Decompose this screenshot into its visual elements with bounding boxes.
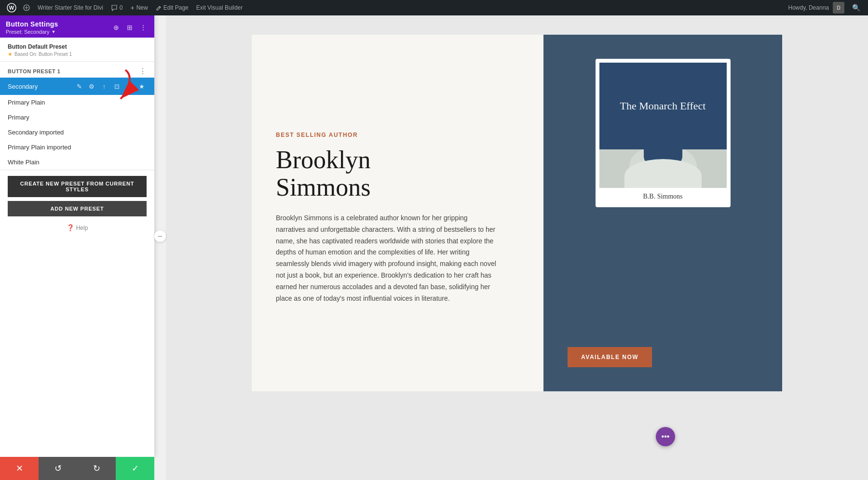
help-icon: ❓: [67, 224, 74, 231]
preset-item-secondary[interactable]: Secondary ✎ ⚙ ↑ ⊡ ✕ ★: [0, 78, 154, 95]
user-avatar[interactable]: D: [833, 2, 844, 13]
panel-action-buttons: CREATE NEW PRESET FROM CURRENT STYLES AD…: [0, 170, 154, 241]
help-link[interactable]: ❓ Help: [8, 220, 147, 235]
preset-group-title: Button Preset 1: [8, 68, 60, 74]
site-name[interactable]: Writer Starter Site for Divi: [34, 0, 107, 15]
preset-item-secondary-imported[interactable]: Secondary imported: [0, 125, 154, 140]
preset-label[interactable]: Preset: Secondary ▼: [6, 29, 58, 35]
best-selling-label: BEST SELLING AUTHOR: [276, 132, 519, 138]
preset-group-header: Button Preset 1 ⋮: [0, 62, 154, 78]
panel-header: Button Settings Preset: Secondary ▼ ⊕ ⊞ …: [0, 15, 154, 38]
fab-icon: •••: [662, 432, 670, 441]
book-ornament: [599, 149, 727, 188]
preset-item-label: Secondary imported: [8, 129, 147, 136]
undo-button[interactable]: ↺: [39, 457, 77, 480]
main-content: BEST SELLING AUTHOR Brooklyn Simmons Bro…: [166, 15, 868, 480]
panel-header-icons: ⊕ ⊞ ⋮: [111, 22, 149, 33]
target-icon[interactable]: ⊕: [111, 22, 122, 33]
edit-icon[interactable]: ✎: [74, 81, 84, 91]
redo-button[interactable]: ↻: [77, 457, 116, 480]
duplicate-icon[interactable]: ⊡: [112, 81, 122, 91]
bottom-bar: ✕ ↺ ↻ ✓: [0, 457, 154, 480]
nav-right: Howdy, Deanna D 🔍: [788, 2, 865, 13]
add-preset-button[interactable]: ADD NEW PRESET: [8, 201, 147, 216]
wordpress-logo[interactable]: W: [4, 0, 19, 15]
svg-text:W: W: [9, 5, 14, 11]
page-canvas: BEST SELLING AUTHOR Brooklyn Simmons Bro…: [166, 15, 868, 480]
star-icon: ★: [8, 51, 13, 57]
available-now-button[interactable]: AVAILABLE NOW: [568, 347, 652, 367]
settings-icon[interactable]: ⚙: [87, 81, 96, 91]
preset-item-actions: ✎ ⚙ ↑ ⊡ ✕ ★: [74, 81, 147, 91]
resize-handle-icon: ↔: [154, 230, 166, 242]
chevron-down-icon: ▼: [52, 29, 56, 34]
fab-button[interactable]: •••: [656, 427, 675, 446]
panel-title: Button Settings: [6, 20, 58, 28]
edit-page-link[interactable]: Edit Page: [152, 0, 192, 15]
preset-group-more-icon[interactable]: ⋮: [139, 67, 147, 76]
book-author: B.B. Simmons: [599, 188, 727, 203]
page-inner: BEST SELLING AUTHOR Brooklyn Simmons Bro…: [252, 35, 782, 391]
new-link[interactable]: + New: [127, 0, 152, 15]
export-icon[interactable]: ↑: [99, 81, 109, 91]
author-bio: Brooklyn Simmons is a celebrated author …: [276, 213, 498, 304]
site-icon[interactable]: [19, 0, 34, 15]
exit-builder-link[interactable]: Exit Visual Builder: [192, 0, 247, 15]
save-button[interactable]: ✓: [116, 457, 154, 480]
delete-icon[interactable]: ✕: [124, 81, 134, 91]
book-title: The Monarch Effect: [612, 99, 714, 113]
preset-item-primary-plain-imported[interactable]: Primary Plain imported: [0, 140, 154, 155]
top-navigation: W Writer Starter Site for Divi 0 + New E…: [0, 0, 868, 15]
preset-item-label: Primary Plain imported: [8, 144, 147, 151]
search-icon[interactable]: 🔍: [848, 4, 864, 12]
default-preset-section: Button Default Preset ★ Based On: Button…: [0, 38, 154, 62]
book-card-image: The Monarch Effect: [599, 63, 727, 188]
comments-link[interactable]: 0: [107, 0, 127, 15]
preset-item-primary-plain[interactable]: Primary Plain: [0, 95, 154, 110]
panel-content: Button Default Preset ★ Based On: Button…: [0, 38, 154, 457]
create-preset-button[interactable]: CREATE NEW PRESET FROM CURRENT STYLES: [8, 176, 147, 197]
book-card: The Monarch Effect B.B. Simmons: [596, 59, 731, 207]
default-preset-sub: ★ Based On: Button Preset 1: [8, 51, 147, 57]
book-section: The Monarch Effect B.B. Simmons AVAILABL…: [543, 35, 782, 391]
howdy-label: Howdy, Deanna: [788, 4, 829, 11]
panel-header-left: Button Settings Preset: Secondary ▼: [6, 20, 58, 35]
button-settings-panel: Button Settings Preset: Secondary ▼ ⊕ ⊞ …: [0, 15, 154, 457]
close-button[interactable]: ✕: [0, 457, 39, 480]
star-icon[interactable]: ★: [137, 81, 147, 91]
book-cover-bg: The Monarch Effect: [599, 63, 727, 149]
preset-item-label: Primary: [8, 114, 147, 121]
columns-icon[interactable]: ⊞: [124, 22, 135, 33]
preset-item-label: White Plain: [8, 159, 147, 166]
text-section: BEST SELLING AUTHOR Brooklyn Simmons Bro…: [252, 35, 543, 391]
preset-item-primary[interactable]: Primary: [0, 110, 154, 125]
preset-item-label: Secondary: [8, 83, 74, 90]
default-preset-title: Button Default Preset: [8, 43, 147, 50]
preset-item-white-plain[interactable]: White Plain: [0, 155, 154, 170]
preset-item-label: Primary Plain: [8, 99, 147, 106]
resize-handle[interactable]: ↔: [154, 15, 166, 457]
author-name: Brooklyn Simmons: [276, 146, 519, 201]
more-options-icon[interactable]: ⋮: [138, 22, 149, 33]
